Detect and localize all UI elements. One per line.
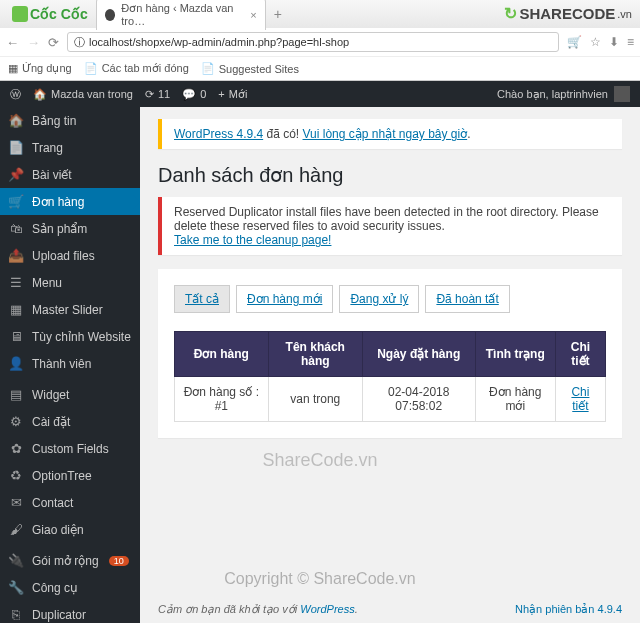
filter-tab[interactable]: Đơn hàng mới [236, 285, 333, 313]
badge: 10 [109, 556, 129, 566]
orders-panel: Tất cảĐơn hàng mớiĐang xử lýĐã hoàn tất … [158, 269, 622, 438]
star-icon[interactable]: ☆ [590, 35, 601, 49]
menu-icon: 📄 [8, 140, 24, 155]
menu-icon: 🔌 [8, 553, 24, 568]
menu-icon: 🛒 [8, 194, 24, 209]
main-content: WordPress 4.9.4 đã có! Vui lòng cập nhật… [140, 107, 640, 623]
sidebar-item-tùy-chỉnh-website[interactable]: 🖥Tùy chỉnh Website [0, 323, 140, 350]
sidebar-item-trang[interactable]: 📄Trang [0, 134, 140, 161]
sidebar-item-upload-files[interactable]: 📤Upload files [0, 242, 140, 269]
site-name[interactable]: 🏠 Mazda van trong [33, 88, 133, 101]
menu-icon: ✉ [8, 495, 24, 510]
menu-icon: ▤ [8, 387, 24, 402]
wp-footer: Cảm ơn bạn đã khởi tạo với WordPress. Nh… [140, 595, 640, 623]
cell-status: Đơn hàng mới [475, 377, 555, 422]
browser-tab[interactable]: Đơn hàng ‹ Mazda van tro… × [96, 0, 266, 30]
menu-icon: 📌 [8, 167, 24, 182]
duplicator-notice: Reserved Duplicator install files have b… [158, 197, 622, 255]
menu-icon: ♻ [8, 468, 24, 483]
forward-icon[interactable]: → [27, 35, 40, 50]
sidebar-item-duplicator[interactable]: ⎘Duplicator [0, 601, 140, 623]
menu-icon: ⎘ [8, 607, 24, 622]
wp-version-link[interactable]: WordPress 4.9.4 [174, 127, 263, 141]
menu-icon: 🏠 [8, 113, 24, 128]
table-header: Tên khách hàng [268, 332, 362, 377]
update-notice: WordPress 4.9.4 đã có! Vui lòng cập nhật… [158, 119, 622, 149]
cell-customer: van trong [268, 377, 362, 422]
table-header: Chi tiết [555, 332, 605, 377]
new-tab-button[interactable]: + [266, 6, 290, 22]
sidebar-item-gói-mở-rộng[interactable]: 🔌Gói mở rộng10 [0, 547, 140, 574]
table-header: Tình trạng [475, 332, 555, 377]
orders-table: Đơn hàngTên khách hàngNgày đặt hàngTình … [174, 331, 606, 422]
filter-tab[interactable]: Tất cả [174, 285, 230, 313]
get-version-link[interactable]: Nhận phiên bản 4.9.4 [515, 603, 622, 616]
address-bar[interactable]: ⓘ localhost/shopxe/wp-admin/admin.php?pa… [67, 32, 559, 52]
menu-icon[interactable]: ≡ [627, 35, 634, 49]
wp-logo-icon[interactable]: ⓦ [10, 87, 21, 102]
menu-icon: 🔧 [8, 580, 24, 595]
user-greeting[interactable]: Chào bạn, laptrinhvien [497, 86, 630, 102]
wordpress-link[interactable]: WordPress [300, 603, 354, 615]
url-text: localhost/shopxe/wp-admin/admin.php?page… [89, 36, 349, 48]
sidebar-item-cài-đặt[interactable]: ⚙Cài đặt [0, 408, 140, 435]
update-now-link[interactable]: Vui lòng cập nhật ngay bây giờ [303, 127, 468, 141]
apps-button[interactable]: ▦ Ứng dụng [8, 62, 72, 75]
sidebar-item-bảng-tin[interactable]: 🏠Bảng tin [0, 107, 140, 134]
sidebar-item-sản-phẩm[interactable]: 🛍Sản phẩm [0, 215, 140, 242]
menu-icon: 🖥 [8, 329, 24, 344]
sharecode-logo: ↻ SHARECODE.vn [504, 4, 632, 23]
sidebar-item-master-slider[interactable]: ▦Master Slider [0, 296, 140, 323]
wp-adminbar: ⓦ 🏠 Mazda van trong ⟳ 11 💬 0 + Mới Chào … [0, 81, 640, 107]
menu-icon: ✿ [8, 441, 24, 456]
cell-order: Đơn hàng số : #1 [175, 377, 269, 422]
comments-count[interactable]: 💬 0 [182, 88, 206, 101]
sidebar-item-contact[interactable]: ✉Contact [0, 489, 140, 516]
cell-detail: Chi tiết [555, 377, 605, 422]
filter-tab[interactable]: Đang xử lý [339, 285, 419, 313]
menu-icon: 👤 [8, 356, 24, 371]
tab-favicon [105, 9, 116, 21]
avatar-icon [614, 86, 630, 102]
sidebar-item-custom-fields[interactable]: ✿Custom Fields [0, 435, 140, 462]
sidebar-item-công-cụ[interactable]: 🔧Công cụ [0, 574, 140, 601]
cell-date: 02-04-2018 07:58:02 [362, 377, 475, 422]
updates-count[interactable]: ⟳ 11 [145, 88, 170, 101]
bookmark-suggested[interactable]: 📄 Suggested Sites [201, 62, 299, 75]
menu-icon: ⚙ [8, 414, 24, 429]
sidebar-item-bài-viết[interactable]: 📌Bài viết [0, 161, 140, 188]
table-header: Ngày đặt hàng [362, 332, 475, 377]
coccoc-icon [12, 6, 28, 22]
menu-icon: 🖌 [8, 522, 24, 537]
share-icon: ↻ [504, 4, 517, 23]
info-icon[interactable]: ⓘ [74, 35, 85, 50]
page-title: Danh sách đơn hàng [158, 163, 622, 187]
sidebar-item-giao-diện[interactable]: 🖌Giao diện [0, 516, 140, 543]
browser-brand: Cốc Cốc [4, 6, 96, 22]
tab-close-icon[interactable]: × [250, 9, 256, 21]
bookmark-closed-tabs[interactable]: 📄 Các tab mới đóng [84, 62, 189, 75]
sidebar-item-thành-viên[interactable]: 👤Thành viên [0, 350, 140, 377]
back-icon[interactable]: ← [6, 35, 19, 50]
new-content[interactable]: + Mới [218, 88, 247, 101]
menu-icon: ▦ [8, 302, 24, 317]
sidebar-item-đơn-hàng[interactable]: 🛒Đơn hàng [0, 188, 140, 215]
detail-link[interactable]: Chi tiết [571, 385, 589, 413]
sidebar-item-widget[interactable]: ▤Widget [0, 381, 140, 408]
menu-icon: 📤 [8, 248, 24, 263]
filter-tabs: Tất cảĐơn hàng mớiĐang xử lýĐã hoàn tất [174, 285, 606, 313]
tab-title: Đơn hàng ‹ Mazda van tro… [121, 2, 244, 27]
cart-icon[interactable]: 🛒 [567, 35, 582, 49]
download-icon[interactable]: ⬇ [609, 35, 619, 49]
admin-sidebar: 🏠Bảng tin📄Trang📌Bài viết🛒Đơn hàng🛍Sản ph… [0, 107, 140, 623]
cleanup-link[interactable]: Take me to the cleanup page! [174, 233, 331, 247]
sidebar-item-optiontree[interactable]: ♻OptionTree [0, 462, 140, 489]
sidebar-item-menu[interactable]: ☰Menu [0, 269, 140, 296]
menu-icon: 🛍 [8, 221, 24, 236]
menu-icon: ☰ [8, 275, 24, 290]
reload-icon[interactable]: ⟳ [48, 35, 59, 50]
filter-tab[interactable]: Đã hoàn tất [425, 285, 509, 313]
table-row: Đơn hàng số : #1van trong02-04-2018 07:5… [175, 377, 606, 422]
table-header: Đơn hàng [175, 332, 269, 377]
